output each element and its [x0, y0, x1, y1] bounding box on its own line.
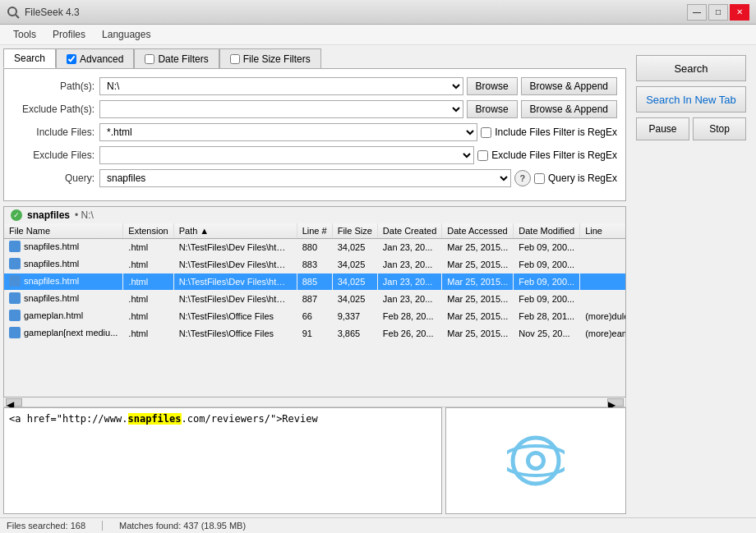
query-select[interactable]: snapfiles	[99, 169, 511, 187]
tab-date-filters[interactable]: Date Filters	[134, 48, 219, 68]
paths-browse-append-button[interactable]: Browse & Append	[521, 77, 617, 95]
col-path[interactable]: Path ▲	[173, 223, 297, 239]
table-row[interactable]: snapfiles.html.htmlN:\TestFiles\Dev File…	[4, 256, 626, 273]
right-panel: Search Search In New Tab Pause Stop	[629, 48, 753, 514]
table-row[interactable]: gameplan.html.htmlN:\TestFiles\Office Fi…	[4, 308, 626, 325]
tab-file-size-filters-checkbox[interactable]	[230, 54, 240, 64]
scroll-right-btn[interactable]: ▶	[607, 398, 624, 407]
results-header: ✓ snapfiles • N:\	[3, 206, 626, 223]
tab-bar: Search Advanced Date Filters File Size F…	[3, 48, 626, 68]
horizontal-scrollbar[interactable]: ◀ ▶	[3, 397, 626, 407]
files-searched-status: Files searched: 168	[7, 521, 103, 531]
paths-label: Path(s):	[12, 80, 94, 92]
paths-row: Path(s): N:\ Browse Browse & Append	[12, 77, 617, 95]
exclude-files-row: Exclude Files: Exclude Files Filter is R…	[12, 146, 617, 164]
table-row[interactable]: gameplan[next mediu....htmlN:\TestFiles\…	[4, 325, 626, 342]
col-filesize[interactable]: File Size	[332, 223, 377, 239]
col-line[interactable]: Line	[580, 223, 626, 239]
exclude-files-select[interactable]	[99, 146, 474, 164]
tab-date-filters-label: Date Filters	[158, 53, 208, 65]
exclude-regex-checkbox[interactable]	[477, 150, 488, 161]
results-title: snapfiles	[27, 209, 70, 221]
query-row: Query: snapfiles ? Query is RegEx	[12, 169, 617, 187]
matches-found-status: Matches found: 437 (18.95 MB)	[119, 521, 246, 531]
preview-text-content: <a href="http://www.snapfiles.com/review…	[9, 413, 318, 425]
include-files-label: Include Files:	[12, 126, 94, 138]
app-icon	[7, 6, 20, 19]
svg-point-5	[530, 455, 542, 466]
pause-button[interactable]: Pause	[636, 117, 689, 140]
bottom-panels: <a href="http://www.snapfiles.com/review…	[3, 407, 626, 514]
results-table-container: File Name Extension Path ▲ Line # File S…	[3, 223, 626, 397]
exclude-paths-select[interactable]	[99, 100, 463, 118]
window-title: FileSeek 4.3	[25, 7, 80, 18]
col-line-num[interactable]: Line #	[297, 223, 332, 239]
exclude-paths-label: Exclude Path(s):	[12, 103, 94, 115]
table-header-row: File Name Extension Path ▲ Line # File S…	[4, 223, 626, 239]
tab-advanced-label: Advanced	[80, 53, 123, 65]
close-button[interactable]: ✕	[730, 4, 749, 21]
menu-tools[interactable]: Tools	[7, 26, 43, 43]
preview-web-panel	[445, 407, 626, 514]
tab-search-label: Search	[14, 53, 45, 64]
exclude-regex-label: Exclude Files Filter is RegEx	[477, 149, 617, 161]
tab-file-size-filters-label: File Size Filters	[243, 53, 311, 65]
results-status-icon: ✓	[11, 209, 22, 221]
title-bar: FileSeek 4.3 — □ ✕	[0, 0, 756, 25]
results-table: File Name Extension Path ▲ Line # File S…	[4, 223, 626, 342]
col-date-modified[interactable]: Date Modified	[514, 223, 580, 239]
tab-advanced-checkbox[interactable]	[67, 54, 76, 64]
paths-browse-button[interactable]: Browse	[467, 77, 518, 95]
search-new-tab-button[interactable]: Search In New Tab	[636, 86, 746, 113]
tab-advanced[interactable]: Advanced	[56, 48, 134, 68]
menu-bar: Tools Profiles Languages	[0, 25, 756, 45]
include-files-select[interactable]: *.html	[99, 123, 477, 141]
scroll-left-btn[interactable]: ◀	[6, 398, 22, 407]
svg-line-1	[16, 15, 19, 18]
pause-stop-group: Pause Stop	[636, 117, 746, 140]
query-regex-checkbox[interactable]	[534, 173, 545, 184]
search-panel: Path(s): N:\ Browse Browse & Append Excl…	[3, 68, 626, 201]
table-row[interactable]: snapfiles.html.htmlN:\TestFiles\Dev File…	[4, 273, 626, 291]
include-regex-label: Include Files Filter is RegEx	[481, 126, 617, 138]
query-regex-label: Query is RegEx	[534, 172, 617, 184]
paths-select[interactable]: N:\	[99, 77, 463, 95]
query-label: Query:	[12, 172, 94, 184]
results-path: • N:\	[75, 209, 94, 221]
table-row[interactable]: snapfiles.html.htmlN:\TestFiles\Dev File…	[4, 239, 626, 256]
maximize-button[interactable]: □	[708, 4, 728, 21]
svg-point-0	[8, 7, 16, 16]
col-date-created[interactable]: Date Created	[377, 223, 441, 239]
col-extension[interactable]: Extension	[123, 223, 173, 239]
query-help-button[interactable]: ?	[514, 170, 531, 186]
tab-date-filters-checkbox[interactable]	[145, 54, 154, 64]
preview-text-panel: <a href="http://www.snapfiles.com/review…	[3, 407, 442, 514]
stop-button[interactable]: Stop	[693, 117, 746, 140]
ie-icon	[507, 432, 565, 489]
menu-profiles[interactable]: Profiles	[46, 26, 92, 43]
include-files-row: Include Files: *.html Include Files Filt…	[12, 123, 617, 141]
exclude-paths-row: Exclude Path(s): Browse Browse & Append	[12, 100, 617, 118]
col-date-accessed[interactable]: Date Accessed	[442, 223, 514, 239]
menu-languages[interactable]: Languages	[95, 26, 157, 43]
tab-file-size-filters[interactable]: File Size Filters	[219, 48, 321, 68]
status-bar: Files searched: 168 Matches found: 437 (…	[0, 517, 756, 533]
exclude-files-label: Exclude Files:	[12, 149, 94, 161]
search-button[interactable]: Search	[636, 55, 746, 81]
tab-search[interactable]: Search	[3, 48, 56, 68]
col-filename[interactable]: File Name	[4, 223, 123, 239]
exclude-paths-browse-button[interactable]: Browse	[467, 100, 518, 118]
include-regex-checkbox[interactable]	[481, 127, 491, 138]
table-row[interactable]: snapfiles.html.htmlN:\TestFiles\Dev File…	[4, 291, 626, 308]
minimize-button[interactable]: —	[687, 4, 707, 21]
exclude-paths-browse-append-button[interactable]: Browse & Append	[521, 100, 617, 118]
